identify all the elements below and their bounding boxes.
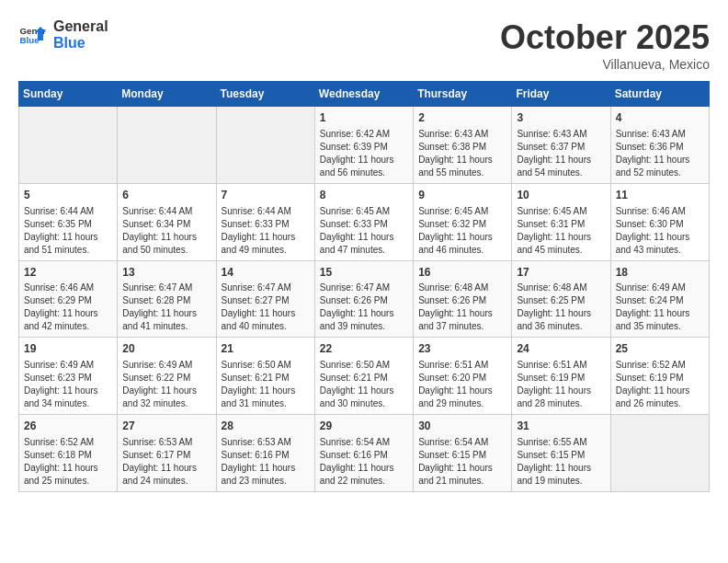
day-info: Sunrise: 6:46 AM [24,282,112,294]
calendar-cell: 13Sunrise: 6:47 AMSunset: 6:28 PMDayligh… [118,260,216,338]
day-info: Daylight: 11 hours [222,462,310,475]
day-info: and 32 minutes. [122,397,210,410]
calendar-cell: 1Sunrise: 6:42 AMSunset: 6:39 PMDaylight… [314,107,413,184]
day-info: and 51 minutes. [24,244,112,257]
day-info: Daylight: 11 hours [24,385,112,397]
day-info: and 19 minutes. [517,475,605,488]
day-info: Sunset: 6:30 PM [616,218,704,231]
calendar-cell: 25Sunrise: 6:52 AMSunset: 6:19 PMDayligh… [610,338,709,415]
calendar-week-row: 19Sunrise: 6:49 AMSunset: 6:23 PMDayligh… [19,338,710,415]
day-info: Sunrise: 6:44 AM [24,205,112,218]
location-subtitle: Villanueva, Mexico [500,57,710,72]
day-number: 8 [320,188,408,203]
day-info: Daylight: 11 hours [320,462,408,475]
day-info: Daylight: 11 hours [616,307,704,320]
calendar-table: SundayMondayTuesdayWednesdayThursdayFrid… [18,81,710,492]
day-info: Sunrise: 6:50 AM [320,359,408,372]
day-info: Sunset: 6:34 PM [122,218,210,231]
day-number: 10 [517,188,605,203]
calendar-cell: 8Sunrise: 6:45 AMSunset: 6:33 PMDaylight… [314,183,413,260]
day-info: Sunrise: 6:46 AM [616,205,704,218]
calendar-cell: 11Sunrise: 6:46 AMSunset: 6:30 PMDayligh… [610,183,709,260]
day-info: Sunrise: 6:49 AM [616,282,704,294]
day-info: Sunset: 6:15 PM [418,449,506,462]
day-info: Daylight: 11 hours [320,385,408,397]
calendar-cell: 27Sunrise: 6:53 AMSunset: 6:17 PMDayligh… [118,415,216,492]
day-info: Sunset: 6:23 PM [24,372,112,385]
day-number: 24 [517,341,605,357]
calendar-cell: 6Sunrise: 6:44 AMSunset: 6:34 PMDaylight… [118,183,216,260]
day-info: Sunrise: 6:50 AM [222,359,310,372]
day-number: 1 [320,110,408,126]
day-info: Sunrise: 6:47 AM [320,282,408,294]
day-info: Sunset: 6:22 PM [122,372,210,385]
day-info: Sunrise: 6:43 AM [418,128,506,141]
svg-text:Blue: Blue [20,35,40,45]
calendar-cell: 7Sunrise: 6:44 AMSunset: 6:33 PMDaylight… [216,183,314,260]
col-header-thursday: Thursday [414,82,512,107]
day-info: Daylight: 11 hours [24,307,112,320]
day-info: Daylight: 11 hours [418,231,506,244]
col-header-friday: Friday [512,82,610,107]
day-number: 27 [122,419,210,434]
calendar-cell: 29Sunrise: 6:54 AMSunset: 6:16 PMDayligh… [314,415,413,492]
day-number: 4 [616,110,704,126]
day-info: Sunset: 6:16 PM [222,449,310,462]
day-number: 28 [222,419,310,434]
day-info: Daylight: 11 hours [418,385,506,397]
day-info: Sunrise: 6:47 AM [222,282,310,294]
day-info: Sunrise: 6:44 AM [122,205,210,218]
day-info: and 49 minutes. [222,244,310,257]
day-info: Sunrise: 6:51 AM [517,359,605,372]
calendar-cell: 4Sunrise: 6:43 AMSunset: 6:36 PMDaylight… [610,107,709,184]
day-info: and 22 minutes. [320,475,408,488]
day-info: Sunset: 6:31 PM [517,218,605,231]
calendar-week-row: 1Sunrise: 6:42 AMSunset: 6:39 PMDaylight… [19,107,710,184]
day-info: Sunrise: 6:43 AM [517,128,605,141]
day-info: and 31 minutes. [222,397,310,410]
day-info: Sunset: 6:20 PM [418,372,506,385]
month-title: October 2025 [500,18,710,57]
day-info: and 46 minutes. [418,244,506,257]
day-number: 13 [122,265,210,281]
day-info: Daylight: 11 hours [122,307,210,320]
day-info: Daylight: 11 hours [616,231,704,244]
day-info: and 39 minutes. [320,320,408,333]
day-info: Sunrise: 6:54 AM [320,436,408,449]
day-info: and 29 minutes. [418,397,506,410]
day-info: Sunset: 6:16 PM [320,449,408,462]
day-info: Sunset: 6:25 PM [517,294,605,307]
calendar-cell: 30Sunrise: 6:54 AMSunset: 6:15 PMDayligh… [414,415,512,492]
day-info: Sunset: 6:18 PM [24,449,112,462]
col-header-sunday: Sunday [19,82,118,107]
day-number: 11 [616,188,704,203]
day-info: and 34 minutes. [24,397,112,410]
day-info: Sunset: 6:15 PM [517,449,605,462]
calendar-week-row: 5Sunrise: 6:44 AMSunset: 6:35 PMDaylight… [19,183,710,260]
day-info: Sunrise: 6:48 AM [418,282,506,294]
day-info: Sunrise: 6:53 AM [122,436,210,449]
title-block: October 2025 Villanueva, Mexico [500,18,710,72]
day-info: Sunset: 6:33 PM [320,218,408,231]
day-info: and 40 minutes. [222,320,310,333]
day-info: Sunrise: 6:54 AM [418,436,506,449]
day-info: Sunrise: 6:45 AM [418,205,506,218]
day-info: Daylight: 11 hours [320,154,408,167]
day-info: Daylight: 11 hours [122,462,210,475]
day-info: and 35 minutes. [616,320,704,333]
day-info: and 52 minutes. [616,167,704,179]
logo-icon: General Blue [18,21,46,49]
day-number: 18 [616,265,704,281]
day-info: Daylight: 11 hours [320,231,408,244]
day-info: Daylight: 11 hours [517,307,605,320]
day-info: Daylight: 11 hours [222,385,310,397]
col-header-monday: Monday [118,82,216,107]
day-info: and 30 minutes. [320,397,408,410]
day-info: Daylight: 11 hours [616,385,704,397]
calendar-header-row: SundayMondayTuesdayWednesdayThursdayFrid… [19,82,710,107]
day-info: Daylight: 11 hours [122,385,210,397]
day-number: 6 [122,188,210,203]
day-info: Sunset: 6:17 PM [122,449,210,462]
day-info: Sunset: 6:19 PM [616,372,704,385]
logo-text-line2: Blue [53,35,108,52]
